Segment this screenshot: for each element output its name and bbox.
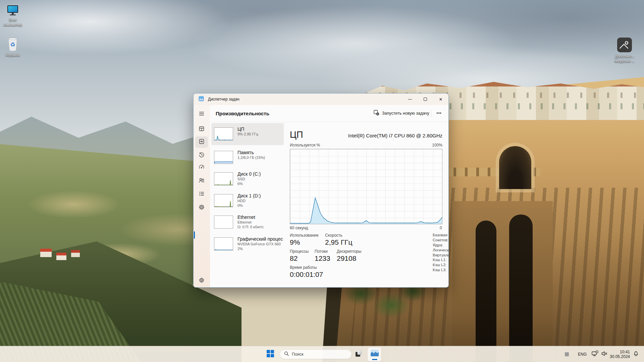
- notification-center-button[interactable]: [631, 346, 641, 362]
- wallpaper-bridge-arch: [499, 146, 531, 189]
- device-stat: О: 0 П: 0 кбит/с: [237, 225, 283, 229]
- wallpaper-bridge-arch-tall: [509, 215, 533, 362]
- maximize-button[interactable]: [418, 94, 433, 105]
- stat-label: Использование: [290, 233, 319, 238]
- close-button[interactable]: ✕: [433, 94, 448, 105]
- device-stat: 2%: [237, 246, 283, 251]
- settings-button[interactable]: [195, 275, 208, 287]
- spec-label: Сокетов:: [433, 238, 449, 243]
- active-app-indicator: [372, 359, 377, 360]
- run-new-task-label: Запустить новую задачу: [382, 111, 429, 116]
- disk0-sparkline: [214, 172, 233, 185]
- device-type: SSD: [237, 177, 283, 181]
- sidebar-item-users[interactable]: [195, 175, 208, 187]
- spec-label: Кэш L3:: [433, 268, 449, 273]
- stat-value: 2,95 ГГц: [325, 238, 352, 246]
- gpu-sparkline: [214, 237, 233, 250]
- device-item-ethernet[interactable]: Ethernet Ethernet О: 0 П: 0 кбит/с: [211, 211, 284, 233]
- performance-device-list: ЦП 9% 2,95 ГГц Память 1,2/8,0 ГБ (15%) Д…: [210, 122, 287, 288]
- svg-text:♻: ♻: [10, 42, 15, 48]
- desktop-icon-additional-info[interactable]: Дополнит...сведения ...: [608, 37, 641, 63]
- more-options-button[interactable]: •••: [433, 109, 445, 118]
- device-item-memory[interactable]: Память 1,2/8,0 ГБ (15%): [211, 146, 284, 169]
- clock[interactable]: 10:41 30.05.2024: [609, 346, 631, 362]
- device-type: NVIDIA GeForce GTX 660: [237, 242, 283, 246]
- wallpaper-village: [40, 249, 84, 264]
- graph-axis-max: 100%: [432, 143, 442, 147]
- sidebar-item-details[interactable]: [195, 189, 208, 200]
- processes-icon: [198, 125, 205, 133]
- device-name: Диск 1 (D:): [237, 193, 283, 198]
- device-type: Ethernet: [237, 220, 283, 225]
- menu-button[interactable]: [195, 109, 208, 120]
- wallpaper-bridge-arch-tall: [476, 221, 496, 362]
- sidebar-item-performance[interactable]: [195, 136, 208, 148]
- task-manager-app-icon: [199, 96, 204, 103]
- page-title: Производительность: [216, 111, 269, 116]
- language-indicator[interactable]: ENG: [576, 346, 588, 362]
- desktop-icon-recycle-bin[interactable]: ♻ Корзина: [0, 38, 29, 57]
- cpu-sparkline: [214, 127, 233, 140]
- volume-indicator[interactable]: [600, 346, 609, 362]
- titlebar[interactable]: Диспетчер задач ✕: [194, 94, 448, 105]
- task-manager-window: Диспетчер задач ✕: [193, 93, 449, 288]
- cpu-pane-title: ЦП: [290, 130, 303, 140]
- wallpaper-bridge-legs: [452, 201, 553, 362]
- sidebar-item-app-history[interactable]: [195, 150, 208, 161]
- device-stat: 9% 2,95 ГГц: [237, 132, 283, 136]
- startup-gauge-icon: [198, 164, 205, 172]
- spec-label: Базовая скорость:: [433, 233, 449, 238]
- desktop-icon-label: сведения ...: [608, 59, 641, 63]
- sidebar-item-processes[interactable]: [195, 124, 208, 135]
- desktop-icon-label: Дополнит...: [608, 54, 641, 59]
- cpu-spec-list: Базовая скорость:2,80 ГГц Сокетов:1 Ядра…: [433, 233, 449, 273]
- ethernet-sparkline: [214, 216, 233, 229]
- network-indicator[interactable]: [590, 346, 600, 362]
- device-type: HDD: [237, 198, 283, 203]
- language-code: ENG: [578, 352, 587, 357]
- stat-label: Потоки: [315, 249, 328, 254]
- users-icon: [198, 177, 205, 185]
- window-title: Диспетчер задач: [208, 97, 239, 102]
- start-button[interactable]: [264, 348, 277, 361]
- tray-time: 10:41: [610, 350, 630, 354]
- desktop-icon-label: компьютер: [0, 22, 29, 27]
- device-item-gpu[interactable]: Графический процессор NVIDIA GeForce GTX…: [211, 233, 284, 255]
- photo-icon: [616, 37, 633, 53]
- device-item-cpu[interactable]: ЦП 9% 2,95 ГГц: [211, 123, 284, 145]
- speaker-muted-icon: [601, 351, 607, 358]
- stat-label: Время работы: [290, 265, 317, 270]
- device-name: ЦП: [237, 126, 283, 132]
- memory-sparkline: [214, 151, 233, 164]
- minimize-button[interactable]: [402, 94, 418, 105]
- sidebar-item-startup-apps[interactable]: [195, 162, 208, 173]
- taskbar-task-manager-button[interactable]: [368, 347, 381, 361]
- device-stat: 1,2/8,0 ГБ (15%): [237, 155, 283, 160]
- device-item-disk0[interactable]: Диск 0 (C:) SSD 6%: [211, 168, 284, 190]
- tray-app-icon[interactable]: [563, 346, 571, 362]
- spec-label: Логических процессоров:: [433, 248, 449, 253]
- stat-label: Процессы: [290, 249, 309, 254]
- stat-label: Дескрипторы: [337, 249, 361, 254]
- desktop-icon-this-pc[interactable]: Этоткомпьютер: [0, 5, 29, 27]
- device-item-disk1[interactable]: Диск 1 (D:) HDD 0%: [211, 190, 284, 212]
- header-separator: [431, 110, 431, 117]
- cpu-device-name: Intel(R) Core(TM) i7 CPU 860 @ 2.80GHz: [348, 133, 442, 138]
- task-manager-icon: [371, 350, 379, 356]
- recycle-bin-icon: ♻: [7, 38, 18, 52]
- run-new-task-button[interactable]: Запустить новую задачу: [372, 109, 431, 118]
- search-input[interactable]: Поиск: [280, 350, 352, 359]
- desktop-icon-label: Корзина: [0, 53, 29, 57]
- graph-axis-min: 0: [440, 226, 442, 230]
- device-name: Ethernet: [237, 215, 283, 220]
- search-placeholder: Поиск: [292, 352, 304, 357]
- new-task-icon: [374, 110, 379, 117]
- history-clock-icon: [198, 152, 205, 160]
- details-list-icon: [198, 190, 205, 198]
- sidebar-item-services[interactable]: [195, 202, 208, 214]
- stat-value: 9%: [290, 238, 300, 246]
- stat-value: 0:00:01:07: [290, 270, 323, 279]
- device-stat: 6%: [237, 181, 283, 186]
- task-view-button[interactable]: [352, 348, 365, 361]
- spec-label: Кэш L2:: [433, 263, 449, 268]
